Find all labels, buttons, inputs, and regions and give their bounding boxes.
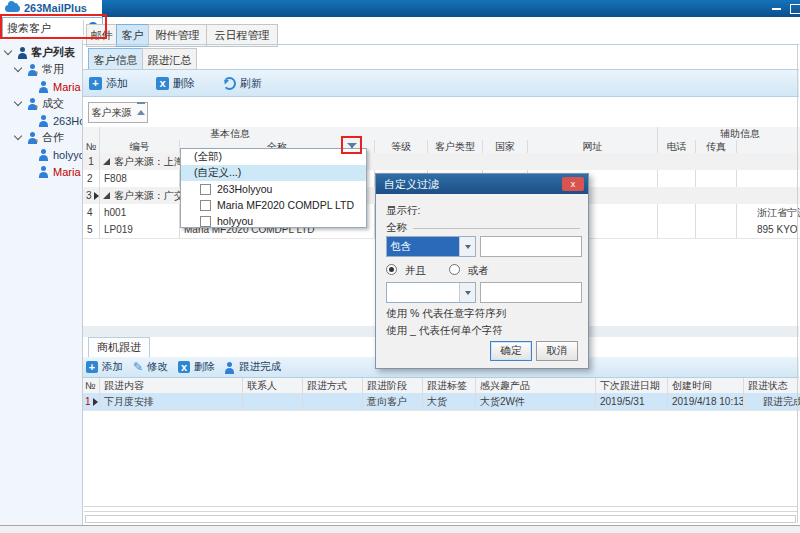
maximize-button[interactable] bbox=[790, 4, 800, 14]
checkbox-icon[interactable] bbox=[200, 184, 211, 195]
operator-combo-1[interactable]: 包含 bbox=[386, 236, 476, 257]
dialog-close-button[interactable]: x bbox=[562, 177, 584, 191]
followup-row[interactable]: 1 下月度安排 意向客户 大货 大货2W件 2019/5/31 2019/4/1… bbox=[83, 393, 800, 411]
row-no-cell: 1 bbox=[83, 393, 100, 410]
chevron-down-icon[interactable] bbox=[4, 47, 12, 55]
combo-value bbox=[387, 283, 459, 302]
band-label: 基本信息 bbox=[210, 127, 250, 140]
filter-option-263holyyou[interactable]: 263Holyyou bbox=[181, 181, 366, 197]
x-icon: x bbox=[178, 361, 190, 373]
extra-cell bbox=[737, 170, 800, 187]
filter-option-all[interactable]: (全部) bbox=[181, 149, 366, 165]
search-input[interactable] bbox=[3, 22, 83, 34]
next-date-cell: 2019/5/31 bbox=[596, 393, 668, 410]
group-expand-icon[interactable] bbox=[103, 192, 110, 199]
opportunity-tab[interactable]: 商机跟进 bbox=[88, 337, 150, 357]
col-label: 国家 bbox=[495, 140, 515, 153]
checkbox-icon[interactable] bbox=[200, 216, 211, 227]
tree-leaf-maria-1[interactable]: Maria ... bbox=[0, 78, 83, 95]
row-no-cell: 1 bbox=[83, 153, 100, 170]
filter-option-holyyou[interactable]: holyyou bbox=[181, 213, 366, 229]
delete-customer-button[interactable]: x删除 bbox=[156, 76, 195, 91]
filter-value-input-2[interactable] bbox=[480, 282, 582, 303]
add-followup-button[interactable]: +添加 bbox=[86, 360, 123, 374]
col-fax[interactable]: 传真 bbox=[696, 140, 737, 153]
band-basic-info: 基本信息 bbox=[100, 127, 658, 140]
col-type[interactable]: 客户类型 bbox=[428, 140, 483, 153]
col-phone[interactable]: 电话 bbox=[658, 140, 696, 153]
current-row-icon bbox=[94, 192, 99, 200]
horizontal-scrollbar[interactable] bbox=[85, 515, 796, 523]
chevron-down-icon[interactable] bbox=[14, 132, 22, 140]
filter-option-maria[interactable]: Maria MF2020 COMDPL LTD bbox=[181, 197, 366, 213]
complete-followup-button[interactable]: 跟进完成 bbox=[225, 360, 281, 374]
radio-or[interactable] bbox=[449, 264, 460, 275]
col-status[interactable]: 跟进状态 bbox=[744, 378, 800, 393]
col-no[interactable]: № bbox=[83, 140, 100, 153]
tree-leaf-263ho[interactable]: 263Ho... bbox=[0, 112, 83, 129]
col-method[interactable]: 跟进方式 bbox=[303, 378, 363, 393]
created-cell: 2019/4/18 10:13:57 bbox=[668, 393, 744, 410]
tree-root-customer-list[interactable]: 客户列表 bbox=[0, 44, 83, 61]
col-label: № bbox=[85, 380, 96, 391]
col-content[interactable]: 跟进内容 bbox=[100, 378, 243, 393]
col-tag[interactable]: 跟进标签 bbox=[423, 378, 476, 393]
groupby-customer-source-chip[interactable]: 客户来源 bbox=[88, 102, 148, 123]
button-label: 修改 bbox=[147, 360, 168, 374]
col-contact[interactable]: 联系人 bbox=[243, 378, 303, 393]
col-code[interactable]: 编号 bbox=[100, 140, 180, 153]
row-number: 1 bbox=[85, 396, 91, 407]
tree-group-changyong[interactable]: 常用 bbox=[0, 61, 83, 78]
edit-followup-button[interactable]: ✎修改 bbox=[133, 360, 168, 374]
minimize-button[interactable] bbox=[772, 8, 781, 10]
col-label: 跟进状态 bbox=[748, 379, 788, 393]
operator-combo-2[interactable] bbox=[386, 282, 476, 303]
col-next-date[interactable]: 下次跟进日期 bbox=[596, 378, 668, 393]
window-titlebar bbox=[0, 0, 800, 17]
col-extra[interactable] bbox=[737, 140, 800, 153]
code-cell: LP019 bbox=[100, 221, 180, 238]
tree-group-hezuo[interactable]: 合作 bbox=[0, 129, 83, 146]
column-filter-menu: (全部) (自定义...) 263Holyyou Maria MF2020 CO… bbox=[180, 148, 367, 228]
col-label: 联系人 bbox=[247, 379, 277, 393]
fax-cell bbox=[696, 170, 737, 187]
col-country[interactable]: 国家 bbox=[483, 140, 528, 153]
cell-value: 2019/5/31 bbox=[600, 396, 645, 407]
group-expand-icon[interactable] bbox=[103, 158, 110, 165]
col-created[interactable]: 创建时间 bbox=[668, 378, 744, 393]
combo-arrow-icon[interactable] bbox=[459, 283, 475, 302]
tree-leaf-holyyou[interactable]: holyyou bbox=[0, 146, 83, 163]
checkbox-icon[interactable] bbox=[200, 200, 211, 211]
col-product[interactable]: 感兴趣产品 bbox=[476, 378, 596, 393]
tree-group-label: 成交 bbox=[42, 96, 64, 111]
chevron-down-icon[interactable] bbox=[14, 64, 22, 72]
col-no[interactable]: № bbox=[83, 378, 100, 393]
tree-group-chengjiao[interactable]: 成交 bbox=[0, 95, 83, 112]
col-label: 传真 bbox=[706, 140, 726, 153]
filter-value-input-1[interactable] bbox=[480, 236, 582, 257]
ok-button[interactable]: 确定 bbox=[490, 341, 532, 361]
dialog-field-group: 全称 bbox=[386, 221, 580, 235]
dialog-titlebar[interactable]: 自定义过滤 bbox=[376, 174, 588, 194]
cancel-button[interactable]: 取消 bbox=[536, 341, 578, 361]
tree-leaf-maria-2[interactable]: Maria ... bbox=[0, 163, 83, 180]
add-customer-button[interactable]: +添加 bbox=[89, 76, 128, 91]
col-label: 创建时间 bbox=[672, 379, 712, 393]
tree-leaf-label: Maria ... bbox=[53, 166, 83, 178]
filter-option-custom[interactable]: (自定义...) bbox=[181, 165, 366, 181]
refresh-button[interactable]: 刷新 bbox=[223, 76, 262, 91]
col-website[interactable]: 网址 bbox=[528, 140, 658, 153]
col-grade[interactable]: 等级 bbox=[375, 140, 428, 153]
phone-cell bbox=[658, 204, 696, 221]
radio-and[interactable] bbox=[386, 264, 397, 275]
cell-value: 大货 bbox=[427, 395, 447, 409]
code-cell: h001 bbox=[100, 204, 180, 221]
combo-arrow-icon[interactable] bbox=[459, 237, 475, 256]
app-window: 263MailPlus 客户列表 常用 Maria ... 成交 bbox=[0, 0, 800, 533]
fieldset-line bbox=[413, 228, 580, 229]
delete-followup-button[interactable]: x删除 bbox=[178, 360, 215, 374]
col-stage[interactable]: 跟进阶段 bbox=[363, 378, 423, 393]
dialog-title: 自定义过滤 bbox=[384, 177, 439, 192]
chevron-down-icon[interactable] bbox=[14, 98, 22, 106]
tree-group-label: 常用 bbox=[42, 62, 64, 77]
